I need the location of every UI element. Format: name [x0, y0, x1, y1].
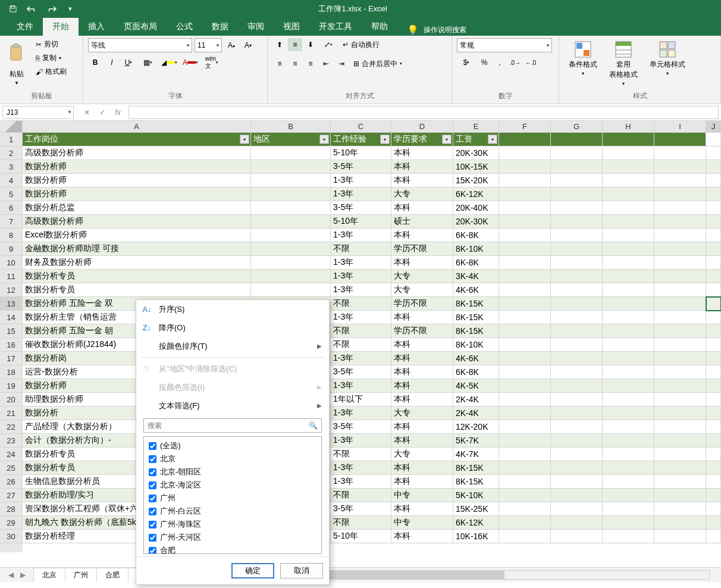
tab-review[interactable]: 审阅	[238, 18, 274, 36]
data-cell[interactable]	[706, 379, 721, 393]
data-cell[interactable]: 数据分析师	[23, 160, 251, 174]
data-cell[interactable]	[551, 530, 603, 543]
data-cell[interactable]	[603, 215, 654, 229]
bold-button[interactable]: B	[88, 56, 102, 69]
data-cell[interactable]	[551, 229, 603, 242]
column-header[interactable]: J	[706, 121, 721, 133]
data-cell[interactable]	[551, 283, 603, 297]
data-cell[interactable]	[551, 365, 603, 379]
data-cell[interactable]: 20K-30K	[453, 215, 499, 229]
data-cell[interactable]	[551, 406, 603, 420]
increase-indent-button[interactable]: ⇥	[334, 57, 349, 70]
decrease-decimal-button[interactable]: ←.0	[523, 56, 538, 69]
data-cell[interactable]: 5-10年	[331, 146, 391, 160]
tell-me[interactable]: 操作说明搜索	[424, 25, 466, 35]
data-cell[interactable]	[706, 420, 721, 434]
data-cell[interactable]	[654, 270, 706, 283]
data-cell[interactable]	[551, 516, 603, 530]
data-cell[interactable]: 3K-4K	[453, 270, 499, 283]
tab-layout[interactable]: 页面布局	[114, 18, 167, 36]
data-cell[interactable]: 4K-6K	[453, 283, 499, 297]
tab-formulas[interactable]: 公式	[167, 18, 202, 36]
filter-dropdown-button[interactable]: ▼	[319, 135, 329, 144]
data-cell[interactable]: 3-5年	[331, 201, 391, 215]
data-cell[interactable]: 数据分析总监	[23, 201, 251, 215]
row-header[interactable]: 27	[0, 489, 23, 502]
data-cell[interactable]	[551, 242, 603, 256]
checkbox[interactable]	[149, 534, 156, 542]
data-cell[interactable]	[551, 174, 603, 187]
data-cell[interactable]	[603, 406, 654, 420]
wrap-text-button[interactable]: ↵自动换行	[339, 38, 383, 51]
data-cell[interactable]: 4K-7K	[453, 448, 499, 461]
data-cell[interactable]	[499, 530, 551, 543]
data-cell[interactable]	[603, 489, 654, 502]
tab-view[interactable]: 视图	[274, 18, 309, 36]
column-header[interactable]: H	[603, 121, 654, 133]
data-cell[interactable]	[706, 489, 721, 502]
data-cell[interactable]	[499, 201, 551, 215]
data-cell[interactable]: 大专	[391, 448, 453, 461]
data-cell[interactable]: 1-3年	[331, 434, 391, 448]
column-header[interactable]: D	[391, 121, 453, 133]
data-cell[interactable]	[499, 516, 551, 530]
data-cell[interactable]	[706, 270, 721, 283]
save-icon[interactable]	[5, 2, 21, 16]
filter-checkbox-item[interactable]: 广州-海珠区	[146, 518, 319, 531]
data-cell[interactable]: 8K-10K	[453, 338, 499, 352]
data-cell[interactable]	[551, 502, 603, 516]
data-cell[interactable]: 数据分析师	[23, 187, 251, 201]
data-cell[interactable]: 6K-12K	[453, 187, 499, 201]
row-header[interactable]: 17	[0, 352, 23, 365]
data-cell[interactable]	[551, 352, 603, 365]
row-header[interactable]: 8	[0, 229, 23, 242]
border-button[interactable]: ▦ ▾	[138, 56, 157, 69]
cut-button[interactable]: ✂剪切	[33, 38, 69, 51]
data-cell[interactable]	[499, 174, 551, 187]
select-all-button[interactable]	[0, 121, 23, 133]
data-cell[interactable]	[654, 502, 706, 516]
header-cell[interactable]: 学历要求▼	[391, 133, 453, 146]
cell-area[interactable]: 工作岗位▼地区▼工作经验▼学历要求▼工资▼高级数据分析师5-10年本科20K-3…	[23, 133, 721, 543]
data-cell[interactable]	[706, 311, 721, 324]
filter-checkbox-item[interactable]: 广州-天河区	[146, 531, 319, 544]
fx-icon[interactable]: fx	[111, 106, 125, 119]
checkbox[interactable]	[149, 521, 156, 528]
data-cell[interactable]	[499, 434, 551, 448]
row-header[interactable]: 13	[0, 297, 23, 311]
data-cell[interactable]	[706, 146, 721, 160]
data-cell[interactable]	[706, 516, 721, 530]
data-cell[interactable]: 3-5年	[331, 160, 391, 174]
data-cell[interactable]: 12K-20K	[453, 420, 499, 434]
data-cell[interactable]	[551, 338, 603, 352]
data-cell[interactable]	[603, 516, 654, 530]
data-cell[interactable]	[499, 461, 551, 475]
checkbox[interactable]	[149, 481, 156, 489]
data-cell[interactable]: Excel数据分析师	[23, 229, 251, 242]
data-cell[interactable]	[499, 215, 551, 229]
data-cell[interactable]	[706, 187, 721, 201]
filter-dropdown-button[interactable]: ▼	[442, 135, 452, 144]
row-header[interactable]: 19	[0, 379, 23, 393]
next-sheet-icon[interactable]: ▶	[18, 571, 27, 579]
italic-button[interactable]: I	[105, 56, 119, 69]
data-cell[interactable]	[654, 256, 706, 270]
data-cell[interactable]	[603, 283, 654, 297]
filter-dropdown-button[interactable]: ▼	[240, 135, 249, 144]
data-cell[interactable]	[251, 201, 331, 215]
data-cell[interactable]: 不限	[331, 338, 391, 352]
tab-help[interactable]: 帮助	[362, 18, 397, 36]
sheet-nav[interactable]: ◀▶	[6, 571, 27, 579]
data-cell[interactable]	[251, 270, 331, 283]
shrink-font-button[interactable]: A▾	[241, 39, 255, 52]
sort-by-color-item[interactable]: 按颜色排序(T)▶	[136, 337, 329, 355]
tab-home[interactable]: 开始	[43, 18, 79, 36]
data-cell[interactable]: 大专	[391, 187, 453, 201]
data-cell[interactable]	[706, 229, 721, 242]
filter-checkbox-item[interactable]: (全选)	[146, 439, 319, 452]
sheet-tab[interactable]: 合肥	[96, 568, 128, 582]
paste-button[interactable]	[5, 38, 29, 68]
row-header[interactable]: 25	[0, 461, 23, 475]
data-cell[interactable]	[499, 365, 551, 379]
data-cell[interactable]: 高级数据分析师	[23, 215, 251, 229]
